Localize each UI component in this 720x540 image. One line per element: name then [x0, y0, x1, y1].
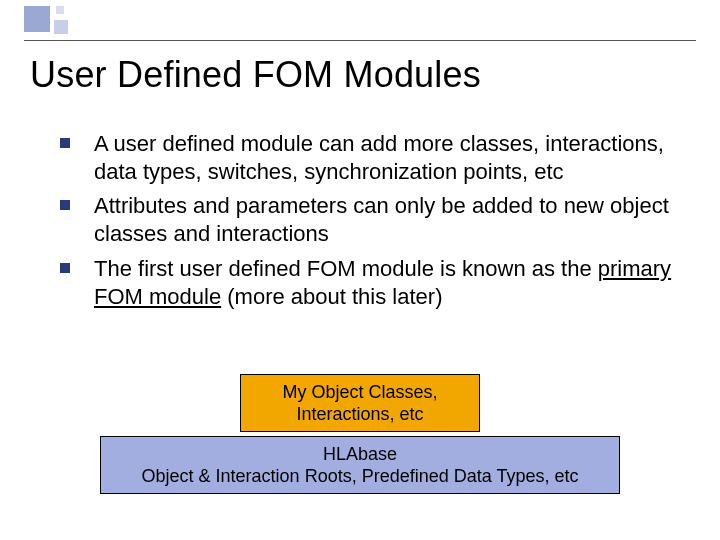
corner-square-large — [24, 6, 50, 32]
bullet-text: A user defined module can add more class… — [94, 130, 680, 186]
box-hlabase-line1: HLAbase — [101, 443, 619, 466]
corner-square-small — [56, 6, 64, 14]
box-user-module: My Object Classes, Interactions, etc — [240, 374, 480, 432]
list-item: Attributes and parameters can only be ad… — [60, 192, 680, 248]
header-rule — [24, 40, 696, 41]
slide: User Defined FOM Modules A user defined … — [0, 0, 720, 540]
list-item: A user defined module can add more class… — [60, 130, 680, 186]
bullet-list: A user defined module can add more class… — [60, 130, 680, 317]
box-hlabase: HLAbase Object & Interaction Roots, Pred… — [100, 436, 620, 494]
slide-title: User Defined FOM Modules — [30, 54, 690, 96]
bullet-text: Attributes and parameters can only be ad… — [94, 192, 680, 248]
corner-square-medium — [54, 20, 68, 34]
bullet-text: The first user defined FOM module is kno… — [94, 255, 680, 311]
bullet-icon — [60, 263, 70, 273]
bullet-icon — [60, 200, 70, 210]
corner-decoration — [0, 0, 120, 40]
bullet-icon — [60, 138, 70, 148]
list-item: The first user defined FOM module is kno… — [60, 255, 680, 311]
bullet-text-pre: The first user defined FOM module is kno… — [94, 256, 598, 281]
bullet-text-post: (more about this later) — [221, 284, 442, 309]
box-user-module-line1: My Object Classes, — [241, 381, 479, 404]
box-hlabase-line2: Object & Interaction Roots, Predefined D… — [101, 465, 619, 488]
diagram-stack: My Object Classes, Interactions, etc HLA… — [0, 374, 720, 494]
box-user-module-line2: Interactions, etc — [241, 403, 479, 426]
